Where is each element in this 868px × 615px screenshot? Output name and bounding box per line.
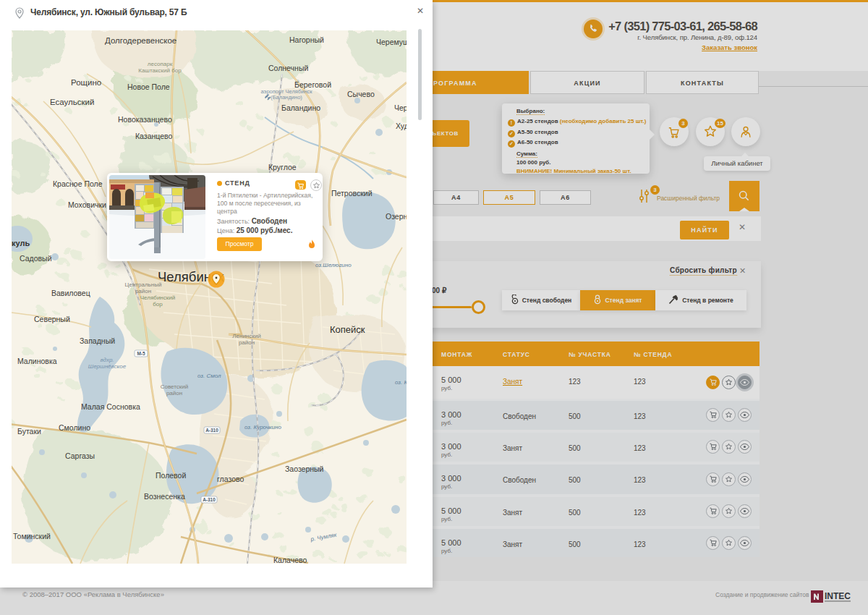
svg-text:Садовый: Садовый: [20, 254, 52, 263]
svg-text:Чер: Чер: [394, 103, 407, 112]
svg-text:Баландино: Баландино: [281, 103, 320, 112]
svg-text:Копейск: Копейск: [330, 324, 365, 335]
svg-text:Малая Сосновка: Малая Сосновка: [81, 402, 140, 411]
svg-text:Калачево: Калачево: [273, 556, 307, 564]
svg-text:Северный: Северный: [34, 315, 70, 323]
svg-text:А-310: А-310: [203, 497, 216, 502]
svg-text:Шершнёвское: Шершнёвское: [88, 363, 127, 370]
svg-text:Нагорный: Нагорный: [289, 35, 324, 44]
svg-text:Томинский: Томинский: [13, 532, 51, 540]
svg-text:куль: куль: [12, 239, 30, 247]
svg-text:Западный: Западный: [80, 336, 115, 345]
svg-text:бор: бор: [153, 301, 163, 308]
svg-text:Советский: Советский: [161, 383, 189, 390]
svg-text:М-5: М-5: [137, 351, 145, 356]
svg-text:Центральный: Центральный: [125, 281, 162, 288]
svg-text:лесопарк: лесопарк: [148, 61, 173, 67]
svg-text:Петровский: Петровский: [331, 189, 373, 198]
svg-text:Вавиловец: Вавиловец: [51, 289, 90, 297]
svg-text:Каштакский бор: Каштакский бор: [138, 67, 182, 74]
svg-text:оз.Шелюгино: оз.Шелюгино: [315, 262, 352, 268]
svg-text:Новое Поле: Новое Поле: [127, 82, 170, 91]
svg-text:Челябинский: Челябинский: [140, 294, 175, 301]
svg-text:оз. К: оз. К: [395, 379, 407, 386]
svg-text:(Баландино): (Баландино): [271, 94, 302, 101]
svg-text:район: район: [135, 288, 151, 294]
svg-text:Красное Поле: Красное Поле: [53, 179, 103, 188]
svg-text:Заозерный: Заозерный: [285, 465, 324, 473]
svg-text:Круглое: Круглое: [268, 163, 297, 171]
svg-text:район: район: [166, 390, 182, 396]
svg-text:район: район: [239, 339, 255, 346]
svg-text:Рощино: Рощино: [71, 78, 101, 87]
svg-text:оз. Курочкино: оз. Курочкино: [244, 424, 281, 430]
svg-text:вдхр.: вдхр.: [100, 357, 114, 363]
svg-text:Солнечный: Солнечный: [268, 64, 308, 72]
svg-text:Черемушк: Черемушк: [376, 38, 407, 46]
svg-text:Худ: Худ: [396, 122, 407, 130]
svg-text:Смолино: Смолино: [59, 423, 90, 432]
svg-text:Новоказанцево: Новоказанцево: [118, 115, 172, 124]
svg-text:Полевой: Полевой: [156, 471, 186, 480]
svg-text:Ленинский: Ленинский: [232, 333, 260, 339]
svg-text:Озерн: Озерн: [386, 212, 407, 221]
svg-text:Сычево: Сычево: [347, 90, 375, 98]
svg-text:Бутаки: Бутаки: [17, 427, 41, 436]
svg-text:А-310: А-310: [205, 428, 218, 433]
svg-text:Есаульский: Есаульский: [50, 98, 94, 106]
svg-text:Саргазы: Саргазы: [65, 451, 95, 460]
svg-text:глазово: глазово: [217, 475, 244, 483]
svg-text:Моховички: Моховички: [68, 200, 106, 209]
svg-text:оз. Смол: оз. Смол: [197, 373, 221, 379]
svg-text:Малиновка: Малиновка: [17, 357, 57, 365]
svg-text:Вознесенка: Вознесенка: [144, 492, 185, 501]
svg-text:Долгодеревенское: Долгодеревенское: [105, 36, 176, 45]
svg-text:Казанцево: Казанцево: [135, 132, 172, 140]
